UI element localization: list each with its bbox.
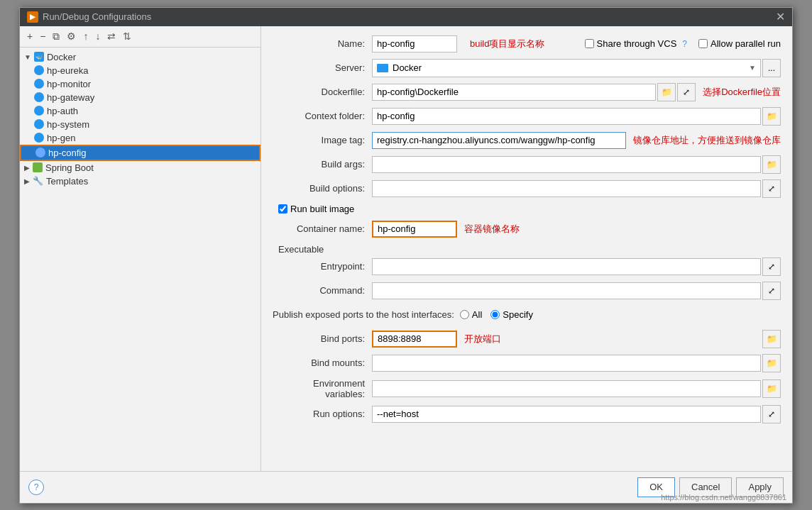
build-args-input[interactable]: [372, 156, 761, 173]
env-vars-browse-button[interactable]: 📁: [762, 379, 781, 398]
run-image-row: Run built image: [273, 204, 781, 214]
bind-ports-row: Bind ports: 开放端口 📁: [273, 330, 781, 348]
share-vcs-checkbox-label[interactable]: Share through VCS: [585, 38, 677, 49]
tree-group-spring-boot-label: Spring Boot: [45, 162, 94, 173]
command-expand-button[interactable]: ⤢: [762, 282, 781, 300]
tree-item-hp-monitor[interactable]: hp-monitor: [20, 77, 260, 91]
add-config-button[interactable]: +: [24, 29, 35, 43]
radio-all[interactable]: [460, 310, 469, 319]
radio-specify-label[interactable]: Specify: [490, 309, 533, 320]
tree-group-templates-label: Templates: [46, 176, 88, 187]
radio-specify-text: Specify: [503, 309, 533, 320]
bind-ports-browse-button[interactable]: 📁: [762, 330, 781, 348]
item-label-hp-system: hp-system: [47, 119, 89, 130]
allow-parallel-checkbox[interactable]: [698, 39, 708, 48]
server-row: Server: Docker ▼ ...: [273, 59, 781, 77]
run-options-row: Run options: ⤢: [273, 405, 781, 423]
chevron-right-icon: ▶: [24, 177, 30, 185]
tree-item-hp-gateway[interactable]: hp-gateway: [20, 91, 260, 104]
server-label: Server:: [273, 62, 372, 73]
build-options-input[interactable]: [372, 180, 761, 197]
run-options-input[interactable]: [372, 406, 761, 423]
share-vcs-checkbox[interactable]: [585, 39, 594, 48]
entrypoint-expand-button[interactable]: ⤢: [762, 257, 781, 276]
entrypoint-label: Entrypoint:: [273, 261, 372, 272]
dockerfile-browse-button[interactable]: 📁: [657, 83, 676, 101]
env-vars-input[interactable]: [372, 380, 761, 397]
tree-group-templates[interactable]: ▶ 🔧 Templates: [20, 174, 260, 188]
tree-item-hp-auth[interactable]: hp-auth: [20, 104, 260, 118]
chevron-down-icon: ▼: [24, 53, 31, 61]
run-debug-dialog: ▶ Run/Debug Configurations ✕ + − ⧉ ⚙ ↑ ↓…: [19, 7, 793, 504]
image-tag-row: Image tag: 镜像仓库地址，方便推送到镜像仓库: [273, 131, 781, 150]
left-toolbar: + − ⧉ ⚙ ↑ ↓ ⇄ ⇅: [20, 26, 260, 48]
server-select[interactable]: Docker ▼: [372, 59, 761, 77]
settings-button[interactable]: ⚙: [64, 29, 79, 43]
item-label-hp-monitor: hp-monitor: [47, 79, 91, 89]
config-tree: ▼ 🐳 Docker hp-eureka hp-monitor hp-gatew…: [20, 48, 260, 471]
service-icon: [34, 65, 44, 75]
remove-config-button[interactable]: −: [37, 29, 48, 43]
build-options-expand-button[interactable]: ⤢: [762, 179, 781, 198]
name-note: build项目显示名称: [470, 38, 544, 50]
radio-all-label[interactable]: All: [460, 309, 482, 320]
bind-ports-label: Bind ports:: [273, 333, 372, 344]
build-args-browse-button[interactable]: 📁: [762, 155, 781, 174]
build-options-label: Build options:: [273, 183, 372, 194]
bind-mounts-row: Bind mounts: 📁: [273, 354, 781, 372]
service-icon: [34, 79, 44, 89]
tree-group-docker[interactable]: ▼ 🐳 Docker: [20, 50, 260, 64]
help-button[interactable]: ?: [28, 479, 44, 495]
bind-mounts-browse-button[interactable]: 📁: [762, 354, 781, 372]
container-name-input[interactable]: [372, 221, 457, 238]
command-input[interactable]: [372, 282, 761, 299]
tree-item-hp-gen[interactable]: hp-gen: [20, 131, 260, 145]
item-label-hp-auth: hp-auth: [47, 106, 78, 116]
context-label: Context folder:: [273, 111, 372, 121]
docker-icon: 🐳: [34, 52, 44, 62]
server-select-left: Docker: [377, 62, 422, 73]
bind-ports-input[interactable]: [372, 331, 457, 348]
copy-config-button[interactable]: ⧉: [50, 29, 62, 44]
service-icon-selected: [35, 148, 45, 157]
container-label: Container name:: [273, 223, 372, 234]
move-down-button[interactable]: ↓: [92, 29, 103, 43]
entrypoint-input[interactable]: [372, 258, 761, 275]
dialog-title: Run/Debug Configurations: [43, 11, 151, 22]
radio-specify[interactable]: [490, 310, 500, 319]
name-label: Name:: [273, 38, 372, 49]
move-button[interactable]: ⇄: [104, 29, 119, 43]
image-tag-input[interactable]: [372, 132, 626, 149]
container-name-row: Container name: 容器镜像名称: [273, 220, 781, 238]
service-icon: [34, 133, 44, 143]
name-input[interactable]: [372, 35, 457, 52]
watermark: https://blog.csdn.net/wangg8837861: [661, 493, 786, 501]
sort-button[interactable]: ⇅: [120, 29, 134, 43]
close-button[interactable]: ✕: [776, 11, 785, 23]
dockerfile-input[interactable]: [372, 84, 656, 101]
tree-item-hp-eureka[interactable]: hp-eureka: [20, 64, 260, 77]
run-image-checkbox-label[interactable]: Run built image: [278, 204, 354, 214]
bind-mounts-label: Bind mounts:: [273, 357, 372, 368]
run-options-expand-button[interactable]: ⤢: [762, 405, 781, 423]
right-panel: Name: build项目显示名称 Share through VCS ? Al…: [261, 26, 792, 471]
dockerfile-expand-button[interactable]: ⤢: [677, 83, 696, 101]
title-bar: ▶ Run/Debug Configurations ✕: [20, 8, 792, 26]
tree-item-hp-system[interactable]: hp-system: [20, 118, 260, 131]
context-folder-row: Context folder: 📁: [273, 107, 781, 126]
allow-parallel-checkbox-label[interactable]: Allow parallel run: [698, 38, 781, 49]
left-panel: + − ⧉ ⚙ ↑ ↓ ⇄ ⇅ ▼ 🐳 Docker hp-eureka: [20, 26, 261, 471]
context-browse-button[interactable]: 📁: [762, 107, 781, 126]
move-up-button[interactable]: ↑: [80, 29, 91, 43]
context-input[interactable]: [372, 108, 761, 125]
main-content: + − ⧉ ⚙ ↑ ↓ ⇄ ⇅ ▼ 🐳 Docker hp-eureka: [20, 26, 792, 471]
share-vcs-help-icon[interactable]: ?: [682, 39, 687, 49]
tree-item-hp-config[interactable]: hp-config: [20, 145, 260, 161]
bind-mounts-input[interactable]: [372, 355, 761, 372]
tree-group-spring-boot[interactable]: ▶ Spring Boot: [20, 161, 260, 174]
run-image-checkbox[interactable]: [278, 204, 287, 214]
run-image-label: Run built image: [290, 204, 354, 214]
dockerfile-row: Dockerfile: 📁 ⤢ 选择Dockerfile位置: [273, 83, 781, 101]
publish-ports-row: Publish exposed ports to the host interf…: [273, 306, 781, 324]
server-more-button[interactable]: ...: [762, 59, 781, 77]
